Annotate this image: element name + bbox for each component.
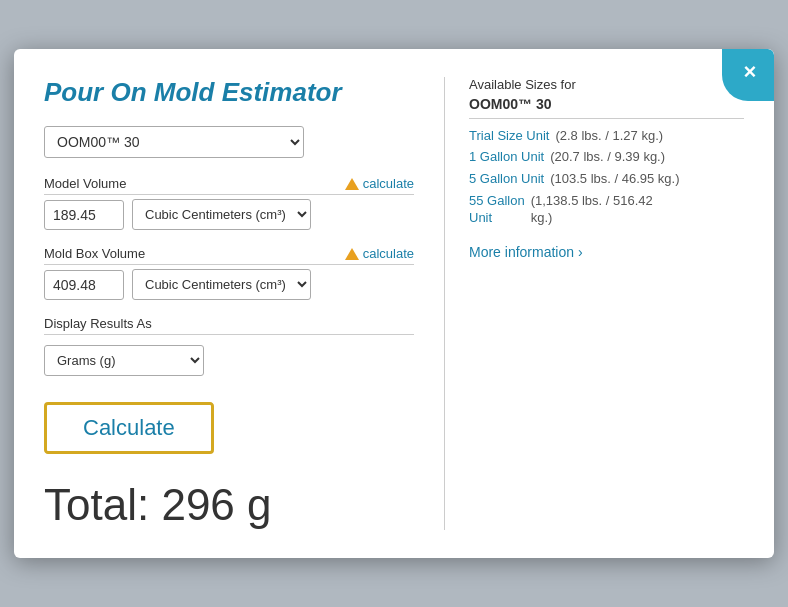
size-weight-2: (20.7 lbs. / 9.39 kg.) [550, 148, 665, 166]
product-select[interactable]: OOM00™ 30 OOM00™ 10 OOM00™ 20 OOM00™ 40 [44, 126, 304, 158]
model-volume-group: Model Volume calculate Cubic Centimeters… [44, 176, 414, 230]
total-value: 296 g [161, 480, 271, 529]
display-results-group: Display Results As Grams (g) Ounces (oz)… [44, 316, 414, 376]
size-weight-3: (103.5 lbs. / 46.95 kg.) [550, 170, 679, 188]
more-info-link[interactable]: More information › [469, 244, 583, 260]
mold-box-volume-label: Mold Box Volume [44, 246, 145, 261]
model-volume-label: Model Volume [44, 176, 126, 191]
model-volume-inputs: Cubic Centimeters (cm³) Cubic Inches (in… [44, 199, 414, 230]
size-weight-1: (2.8 lbs. / 1.27 kg.) [555, 127, 663, 145]
product-select-row: OOM00™ 30 OOM00™ 10 OOM00™ 20 OOM00™ 40 [44, 126, 414, 158]
model-volume-unit-select[interactable]: Cubic Centimeters (cm³) Cubic Inches (in… [132, 199, 311, 230]
model-volume-calc-label: calculate [363, 176, 414, 191]
calculate-icon-2 [345, 248, 359, 260]
right-column: Available Sizes for OOM00™ 30 Trial Size… [444, 77, 744, 530]
size-name-3: 5 Gallon Unit [469, 170, 544, 188]
list-item: Trial Size Unit (2.8 lbs. / 1.27 kg.) [469, 127, 744, 145]
close-icon: × [744, 59, 757, 85]
available-sizes-product: OOM00™ 30 [469, 96, 744, 119]
mold-box-volume-input[interactable] [44, 270, 124, 300]
model-volume-label-row: Model Volume calculate [44, 176, 414, 195]
model-volume-input[interactable] [44, 200, 124, 230]
size-name-1: Trial Size Unit [469, 127, 549, 145]
model-volume-calculate-link[interactable]: calculate [345, 176, 414, 191]
mold-box-volume-label-row: Mold Box Volume calculate [44, 246, 414, 265]
total-result: Total: 296 g [44, 480, 414, 530]
mold-box-volume-group: Mold Box Volume calculate Cubic Centimet… [44, 246, 414, 300]
mold-box-volume-unit-select[interactable]: Cubic Centimeters (cm³) Cubic Inches (in… [132, 269, 311, 300]
list-item: 5 Gallon Unit (103.5 lbs. / 46.95 kg.) [469, 170, 744, 188]
total-label: Total: [44, 480, 149, 529]
size-name-4: 55 GallonUnit [469, 192, 525, 227]
display-results-label: Display Results As [44, 316, 152, 331]
close-button[interactable]: × [722, 49, 774, 101]
app-title: Pour On Mold Estimator [44, 77, 414, 108]
mold-box-volume-calculate-link[interactable]: calculate [345, 246, 414, 261]
modal: × Pour On Mold Estimator OOM00™ 30 OOM00… [14, 49, 774, 558]
mold-box-volume-calc-label: calculate [363, 246, 414, 261]
list-item: 1 Gallon Unit (20.7 lbs. / 9.39 kg.) [469, 148, 744, 166]
display-results-label-row: Display Results As [44, 316, 414, 335]
sizes-list: Trial Size Unit (2.8 lbs. / 1.27 kg.) 1 … [469, 127, 744, 227]
left-column: Pour On Mold Estimator OOM00™ 30 OOM00™ … [44, 77, 444, 530]
size-name-2: 1 Gallon Unit [469, 148, 544, 166]
size-weight-4: (1,138.5 lbs. / 516.42kg.) [531, 192, 653, 227]
modal-content: Pour On Mold Estimator OOM00™ 30 OOM00™ … [14, 49, 774, 558]
calculate-icon [345, 178, 359, 190]
display-results-select[interactable]: Grams (g) Ounces (oz) Pounds (lbs) [44, 345, 204, 376]
list-item: 55 GallonUnit (1,138.5 lbs. / 516.42kg.) [469, 192, 744, 227]
calculate-button[interactable]: Calculate [44, 402, 214, 454]
mold-box-volume-inputs: Cubic Centimeters (cm³) Cubic Inches (in… [44, 269, 414, 300]
available-sizes-title: Available Sizes for [469, 77, 744, 94]
